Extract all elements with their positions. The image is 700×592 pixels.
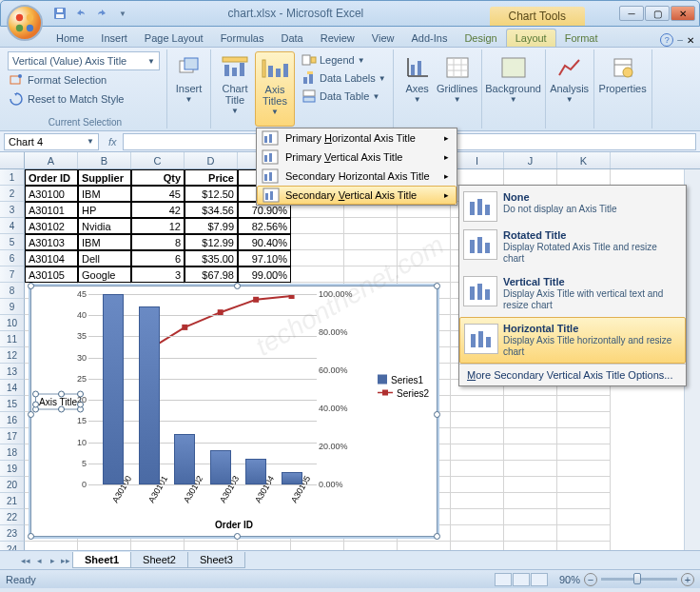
select-all-corner[interactable]: [0, 152, 25, 168]
row-header[interactable]: 16: [0, 412, 25, 428]
table-cell[interactable]: IBM: [78, 234, 131, 250]
table-header-cell[interactable]: Price: [185, 169, 238, 186]
sheet-tab[interactable]: Sheet3: [187, 552, 245, 568]
row-header[interactable]: 4: [0, 218, 25, 234]
gallery-item[interactable]: Vertical TitleDisplay Axis Title with ve…: [459, 270, 686, 317]
redo-button[interactable]: [92, 4, 111, 23]
gallery-more-options[interactable]: More Secondary Vertical Axis Title Optio…: [459, 364, 686, 385]
menu-item[interactable]: Primary Horizontal Axis Title▸: [257, 128, 457, 148]
table-header-cell[interactable]: Supplier: [78, 169, 131, 186]
tab-review[interactable]: Review: [312, 30, 363, 47]
table-cell[interactable]: $67.98: [185, 266, 238, 283]
bar[interactable]: [174, 434, 195, 484]
zoom-out[interactable]: −: [584, 573, 597, 586]
tab-view[interactable]: View: [363, 30, 403, 47]
zoom-slider[interactable]: [601, 578, 677, 581]
save-button[interactable]: [50, 4, 69, 23]
table-cell[interactable]: 3: [131, 266, 185, 283]
table-cell[interactable]: Nvidia: [78, 218, 131, 234]
menu-item[interactable]: Secondary Horizontal Axis Title▸: [257, 167, 457, 186]
bar[interactable]: [282, 472, 302, 484]
row-header[interactable]: 15: [0, 396, 25, 412]
view-normal[interactable]: [495, 573, 512, 586]
qat-customize[interactable]: ▼: [113, 4, 132, 23]
reset-style-button[interactable]: Reset to Match Style: [8, 89, 163, 109]
tab-data[interactable]: Data: [272, 30, 311, 47]
column-header[interactable]: A: [25, 152, 78, 168]
row-header[interactable]: 13: [0, 364, 25, 380]
view-page-break[interactable]: [531, 573, 548, 586]
plot-area[interactable]: 051015202530354045 0.00%20.00%40.00%60.0…: [88, 294, 317, 484]
insert-button[interactable]: Insert▼: [169, 51, 209, 106]
close-button[interactable]: ✕: [671, 6, 695, 21]
row-header[interactable]: 14: [0, 380, 25, 396]
row-header[interactable]: 1: [0, 169, 25, 186]
sheet-nav-next[interactable]: ▸: [46, 553, 59, 568]
table-cell[interactable]: 45: [131, 186, 185, 202]
row-header[interactable]: 10: [0, 315, 25, 331]
tab-format[interactable]: Format: [556, 30, 607, 47]
table-cell[interactable]: A30100: [25, 186, 78, 202]
table-cell[interactable]: 90.40%: [238, 234, 291, 250]
table-header-cell[interactable]: Qty: [131, 169, 185, 186]
table-cell[interactable]: A30103: [25, 234, 78, 250]
x-axis-title[interactable]: Order ID: [31, 520, 437, 530]
gallery-item[interactable]: Horizontal TitleDisplay Axis Title horiz…: [459, 317, 686, 364]
legend-button[interactable]: Legend▼: [299, 51, 389, 69]
menu-item[interactable]: Primary Vertical Axis Title▸: [257, 148, 457, 167]
doc-close[interactable]: ✕: [687, 35, 694, 46]
gallery-item[interactable]: NoneDo not display an Axis Title: [459, 186, 686, 224]
table-cell[interactable]: 8: [131, 234, 185, 250]
row-header[interactable]: 2: [0, 186, 25, 202]
axis-titles-button[interactable]: Axis Titles▼: [255, 51, 295, 127]
row-header[interactable]: 21: [0, 493, 25, 509]
fx-label[interactable]: fx: [108, 136, 117, 148]
axes-button[interactable]: Axes▼: [398, 51, 438, 127]
row-header[interactable]: 24: [0, 542, 25, 550]
row-header[interactable]: 18: [0, 444, 25, 461]
sheet-tab[interactable]: Sheet2: [130, 552, 188, 568]
data-labels-button[interactable]: Data Labels▼: [299, 69, 389, 87]
minimize-ribbon[interactable]: ─: [677, 36, 683, 45]
undo-button[interactable]: [71, 4, 90, 23]
row-header[interactable]: 11: [0, 331, 25, 347]
row-header[interactable]: 7: [0, 266, 25, 283]
embedded-chart[interactable]: Axis Title 051015202530354045 0.00%20.00…: [30, 286, 438, 537]
table-cell[interactable]: Dell: [78, 250, 131, 266]
sheet-nav-prev[interactable]: ◂: [32, 553, 46, 568]
table-cell[interactable]: $34.56: [185, 202, 238, 218]
table-cell[interactable]: IBM: [78, 186, 131, 202]
zoom-in[interactable]: +: [681, 573, 694, 586]
row-header[interactable]: 12: [0, 347, 25, 364]
table-cell[interactable]: 82.56%: [238, 218, 291, 234]
background-button[interactable]: Background▼: [486, 51, 541, 106]
view-page-layout[interactable]: [513, 573, 530, 586]
row-header[interactable]: 19: [0, 461, 25, 477]
table-cell[interactable]: A30104: [25, 250, 78, 266]
sheet-nav-last[interactable]: ▸▸: [59, 553, 72, 568]
format-selection-button[interactable]: Format Selection: [8, 70, 163, 89]
data-table-button[interactable]: Data Table▼: [299, 88, 389, 105]
row-header[interactable]: 5: [0, 234, 25, 250]
gallery-item[interactable]: Rotated TitleDisplay Rotated Axis Title …: [459, 224, 686, 270]
name-box[interactable]: Chart 4▼: [4, 133, 99, 150]
table-cell[interactable]: A30105: [25, 266, 78, 283]
chart-title-button[interactable]: Chart Title▼: [215, 51, 255, 127]
chart-legend[interactable]: Series1 Series2: [378, 371, 429, 401]
properties-button[interactable]: Properties: [598, 51, 648, 96]
row-header[interactable]: 22: [0, 509, 25, 525]
table-header-cell[interactable]: Order ID: [25, 169, 78, 186]
help-button[interactable]: ?: [660, 33, 673, 47]
minimize-button[interactable]: ─: [619, 6, 644, 21]
tab-layout[interactable]: Layout: [506, 29, 556, 47]
sheet-nav-first[interactable]: ◂◂: [19, 553, 32, 568]
row-header[interactable]: 23: [0, 525, 25, 542]
tab-page-layout[interactable]: Page Layout: [136, 30, 212, 47]
row-header[interactable]: 6: [0, 250, 25, 266]
table-cell[interactable]: $12.99: [185, 234, 238, 250]
row-header[interactable]: 9: [0, 299, 25, 315]
tab-design[interactable]: Design: [456, 30, 505, 47]
row-header[interactable]: 3: [0, 202, 25, 218]
bar[interactable]: [103, 294, 124, 484]
table-cell[interactable]: 42: [131, 202, 185, 218]
